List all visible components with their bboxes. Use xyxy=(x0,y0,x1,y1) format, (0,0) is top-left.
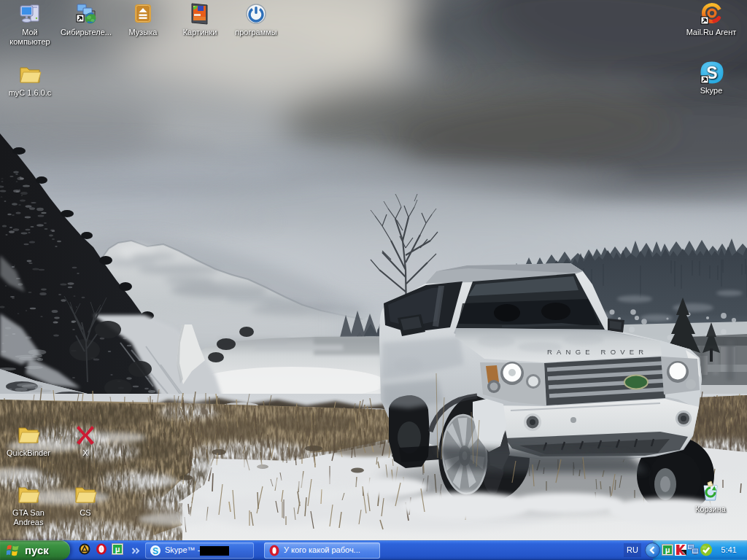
svg-text:μ: μ xyxy=(665,545,670,554)
svg-text:S: S xyxy=(152,546,158,556)
svg-text:μ: μ xyxy=(115,545,120,553)
svg-text:RANGE ROVER: RANGE ROVER xyxy=(547,348,648,356)
